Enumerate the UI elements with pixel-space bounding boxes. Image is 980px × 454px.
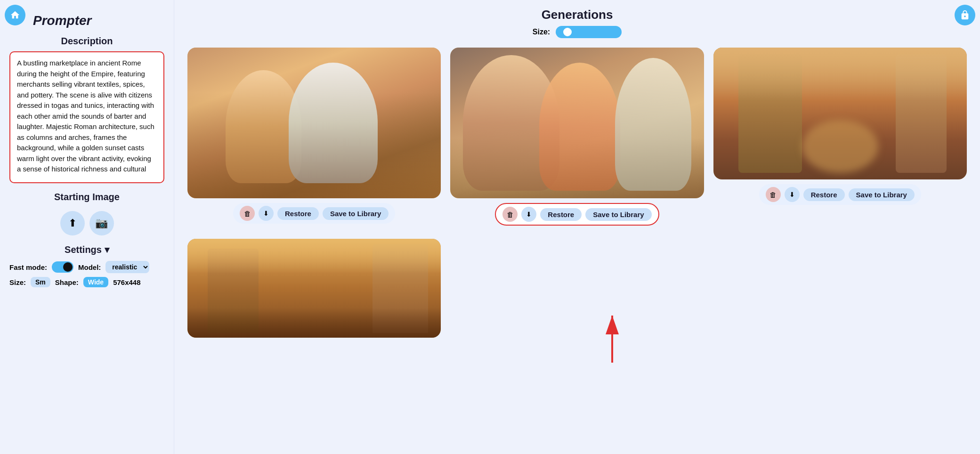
image-placeholder-4: [187, 239, 441, 338]
home-icon: [10, 10, 20, 20]
image-controls-2: 🗑 ⬇ Restore Save to Library: [495, 203, 659, 226]
download-button-2[interactable]: ⬇: [521, 207, 536, 222]
main-title: Generations: [542, 8, 613, 22]
main-content: Generations Size:: [174, 0, 980, 454]
description-input[interactable]: A bustling marketplace in ancient Rome d…: [9, 51, 164, 183]
shape-badge[interactable]: Wide: [83, 277, 108, 287]
toggle-knob: [63, 262, 73, 272]
image-placeholder-1: [187, 48, 441, 198]
shape-label: Shape:: [55, 278, 79, 286]
starting-image-section: Starting Image ⬆ 📷: [9, 192, 164, 235]
description-label: Description: [61, 36, 113, 47]
starting-image-label: Starting Image: [54, 192, 120, 203]
size-label: Size:: [9, 278, 26, 286]
settings-label: Settings ▾: [9, 244, 164, 255]
add-image-button[interactable]: 📷: [89, 211, 114, 235]
delete-button-3[interactable]: 🗑: [766, 187, 781, 202]
main-header: Generations Size:: [187, 8, 967, 38]
starting-image-buttons: ⬆ 📷: [60, 211, 114, 235]
restore-button-2[interactable]: Restore: [540, 208, 582, 221]
save-library-button-1[interactable]: Save to Library: [323, 207, 389, 220]
images-grid: 🗑 ⬇ Restore Save to Library: [187, 48, 967, 338]
image-card-3: 🗑 ⬇ Restore Save to Library: [713, 48, 967, 226]
download-button-3[interactable]: ⬇: [785, 187, 800, 202]
download-button-1[interactable]: ⬇: [259, 206, 274, 221]
restore-button-1[interactable]: Restore: [277, 207, 319, 220]
image-controls-1: 🗑 ⬇ Restore Save to Library: [233, 203, 395, 224]
restore-button-3[interactable]: Restore: [803, 188, 845, 201]
settings-section: Settings ▾ Fast mode: Model: realistic a…: [9, 244, 164, 291]
save-library-button-3[interactable]: Save to Library: [849, 188, 915, 201]
lock-icon: [960, 10, 970, 20]
image-placeholder-3: [713, 48, 967, 179]
home-button[interactable]: [5, 5, 25, 25]
dimensions-label: 576x448: [113, 278, 140, 286]
image-card-2: 🗑 ⬇ Restore Save to Library: [450, 48, 704, 226]
delete-button-1[interactable]: 🗑: [240, 206, 255, 221]
settings-chevron-icon: ▾: [105, 244, 109, 255]
image-controls-3: 🗑 ⬇ Restore Save to Library: [759, 184, 921, 205]
image-card-4: [187, 239, 441, 338]
fast-mode-toggle[interactable]: [52, 261, 73, 273]
slider-knob: [562, 27, 573, 37]
lock-button[interactable]: [955, 5, 975, 25]
size-slider[interactable]: [556, 26, 622, 38]
size-badge[interactable]: Sm: [31, 277, 50, 287]
save-library-button-2[interactable]: Save to Library: [585, 208, 651, 221]
image-card-1: 🗑 ⬇ Restore Save to Library: [187, 48, 441, 226]
image-placeholder-2: [450, 48, 704, 198]
sidebar: Prompter Description A bustling marketpl…: [0, 0, 174, 454]
app-container: Prompter Description A bustling marketpl…: [0, 0, 980, 454]
fast-mode-label: Fast mode:: [9, 263, 47, 271]
fast-mode-row: Fast mode: Model: realistic artistic ani…: [9, 261, 164, 273]
upload-image-button[interactable]: ⬆: [60, 211, 85, 235]
model-label: Model:: [78, 263, 101, 271]
size-shape-row: Size: Sm Shape: Wide 576x448: [9, 277, 164, 287]
size-row-label: Size:: [533, 28, 550, 36]
delete-button-2[interactable]: 🗑: [502, 207, 518, 222]
size-row: Size:: [533, 26, 622, 38]
model-select[interactable]: realistic artistic anime: [105, 261, 149, 273]
